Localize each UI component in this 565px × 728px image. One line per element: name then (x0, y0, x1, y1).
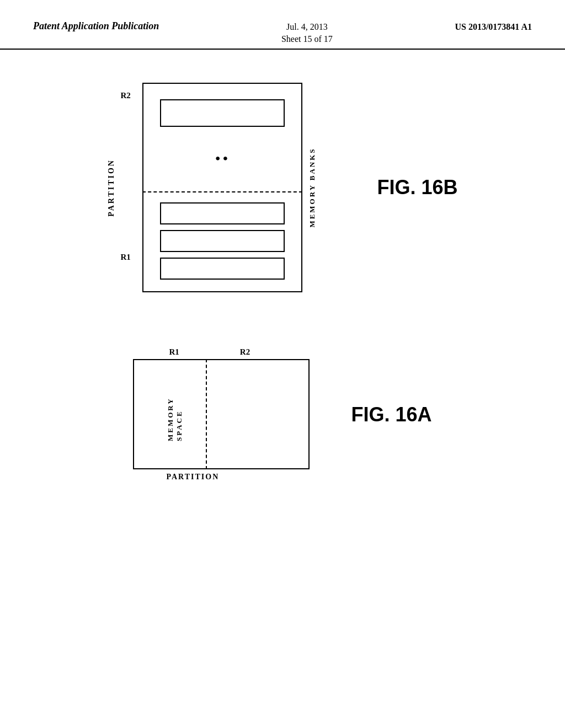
dashed-divider-16a (206, 359, 207, 469)
r1-label-16b: R1 (120, 253, 130, 262)
partition-label-16b: PARTITION (107, 159, 116, 217)
dashed-divider-16b (142, 191, 302, 192)
rect-16b-r1c (160, 258, 285, 280)
partition-label-16a: PARTITION (166, 473, 219, 481)
r2-label-16b: R2 (120, 91, 130, 100)
patent-number: US 2013/0173841 A1 (455, 20, 532, 32)
diagram-16b-box: •• (142, 83, 302, 292)
diagram-16a-box: MEMORY SPACE (133, 359, 310, 469)
main-content: PARTITION R2 R1 •• MEMORY BANKS FIG. 16B (0, 50, 565, 481)
publication-title: Patent Application Publication (33, 20, 159, 33)
dots-16b: •• (215, 150, 231, 168)
publication-date: Jul. 4, 2013 (281, 22, 333, 32)
header-center: Jul. 4, 2013 Sheet 15 of 17 (281, 20, 333, 44)
rect-16b-r1a (160, 202, 285, 224)
fig-16b-label: FIG. 16B (377, 176, 457, 199)
memory-banks-label: MEMORY BANKS (308, 147, 317, 227)
fig-16a-label: FIG. 16A (351, 403, 431, 426)
fig-16a-inner: R1 R2 MEMORY SPACE PARTITION (133, 347, 321, 481)
r2-label-16a: R2 (240, 347, 250, 357)
sheet-info: Sheet 15 of 17 (281, 34, 333, 44)
page-header: Patent Application Publication Jul. 4, 2… (0, 0, 565, 50)
fig-16b-container: PARTITION R2 R1 •• MEMORY BANKS FIG. 16B (107, 83, 457, 292)
memory-space-label: MEMORY SPACE (166, 387, 184, 441)
fig-16a-container: R1 R2 MEMORY SPACE PARTITION FIG. 16A (133, 347, 431, 481)
rect-16b-top (160, 99, 285, 127)
r1-label-16a: R1 (169, 347, 179, 357)
rect-16b-r1b (160, 230, 285, 252)
